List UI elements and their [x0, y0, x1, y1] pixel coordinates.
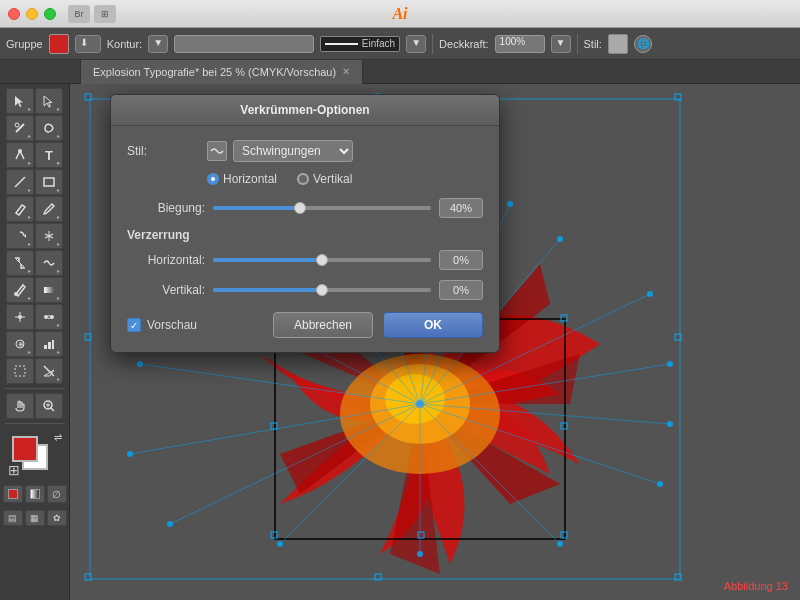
stroke-style-btn[interactable]: ▼	[148, 35, 168, 53]
svg-point-82	[507, 201, 513, 207]
hand-tool[interactable]	[6, 393, 34, 419]
graph-tool[interactable]: ▸	[35, 331, 63, 357]
minimize-button[interactable]	[26, 8, 38, 20]
zoom-tool[interactable]	[35, 393, 63, 419]
svg-text:❋: ❋	[18, 341, 24, 348]
cancel-button[interactable]: Abbrechen	[273, 312, 373, 338]
fill-mode-btn[interactable]	[3, 485, 23, 503]
color-swatches: ⊞ ⇌	[8, 432, 62, 478]
reflect-tool[interactable]: ▸	[35, 223, 63, 249]
svg-point-1	[15, 123, 19, 127]
default-colors-icon[interactable]: ⊞	[8, 462, 20, 478]
swatches-panel-btn[interactable]: ▦	[25, 510, 45, 526]
vertikal-distort-label: Vertikal:	[127, 283, 205, 297]
artboard-row: ▸	[6, 358, 63, 384]
horizontal-label: Horizontal	[223, 172, 277, 186]
svg-line-25	[51, 408, 54, 411]
symbol-tool[interactable]: ❋ ▸	[6, 331, 34, 357]
pen-tool[interactable]: ▸	[6, 142, 34, 168]
toolbar: Gruppe ⬇ Kontur: ▼ Einfach ▼ Deckkraft: …	[0, 28, 800, 60]
direct-select-tool[interactable]: ▸	[35, 88, 63, 114]
biegung-thumb[interactable]	[294, 202, 306, 214]
magic-wand-tool[interactable]: ▸	[6, 115, 34, 141]
none-mode-btn[interactable]: ∅	[47, 485, 67, 503]
style-select-dropdown[interactable]: Schwingungen	[233, 140, 353, 162]
canvas-caption: Abbildung 13	[724, 580, 788, 592]
preview-label: Vorschau	[147, 318, 197, 332]
paintbrush-tool[interactable]: ▸	[35, 196, 63, 222]
gradient-tool[interactable]: ▸	[35, 277, 63, 303]
biegung-label: Biegung:	[127, 201, 205, 215]
select-tool[interactable]: ▸	[6, 88, 34, 114]
biegung-value[interactable]: 40%	[439, 198, 483, 218]
style-swatch[interactable]	[608, 34, 628, 54]
pen-row: ▸ T▸	[6, 142, 63, 168]
vertikal-slider[interactable]	[213, 288, 431, 292]
pencil-tool[interactable]: ▸	[6, 196, 34, 222]
magic-wand-row: ▸ ▸	[6, 115, 63, 141]
stroke-dropdown[interactable]: ⬇	[75, 35, 101, 53]
rotate-tool[interactable]: ▸	[6, 223, 34, 249]
preview-checkbox[interactable]	[127, 318, 141, 332]
warp-tool[interactable]: ▸	[35, 250, 63, 276]
line-tool[interactable]: ▸	[6, 169, 34, 195]
tool-divider-2	[5, 423, 65, 424]
scale-tool[interactable]: ▸	[6, 250, 34, 276]
svg-point-75	[167, 521, 173, 527]
stroke-style-dropdown[interactable]: ▼	[406, 35, 426, 53]
document-tab[interactable]: Explosion Typografie* bei 25 % (CMYK/Vor…	[80, 60, 363, 84]
mesh-tool[interactable]	[6, 304, 34, 330]
color-mode-group: ∅	[3, 485, 67, 503]
ok-button[interactable]: OK	[383, 312, 483, 338]
gradient-mode-btn[interactable]	[25, 485, 45, 503]
foreground-color-swatch[interactable]	[12, 436, 38, 462]
opacity-dropdown[interactable]: ▼	[551, 35, 571, 53]
type-tool[interactable]: T▸	[35, 142, 63, 168]
canvas-area[interactable]: Abbildung 13 Verkrümmen-Optionen Stil: S…	[70, 84, 800, 600]
symbols-panel-btn[interactable]: ✿	[47, 510, 67, 526]
orientation-row: Horizontal Vertikal	[127, 172, 483, 186]
svg-rect-4	[44, 178, 54, 186]
layers-panel-btn[interactable]: ▤	[3, 510, 23, 526]
rotate-row: ▸ ▸	[6, 223, 63, 249]
svg-rect-19	[48, 342, 51, 349]
separator-2	[577, 34, 578, 54]
vertikal-thumb[interactable]	[316, 284, 328, 296]
slice-tool[interactable]: ▸	[35, 358, 63, 384]
horizontal-slider[interactable]	[213, 258, 431, 262]
svg-rect-10	[44, 287, 54, 293]
fill-color-swatch[interactable]	[49, 34, 69, 54]
svg-point-2	[18, 149, 22, 153]
horizontal-radio[interactable]: Horizontal	[207, 172, 277, 186]
vertikal-value[interactable]: 0%	[439, 280, 483, 300]
horizontal-thumb[interactable]	[316, 254, 328, 266]
stroke-field[interactable]	[174, 35, 314, 53]
bridge-icon[interactable]: Br	[68, 5, 90, 23]
biegung-fill	[213, 206, 300, 210]
vertical-radio[interactable]: Vertikal	[297, 172, 352, 186]
tab-title: Explosion Typografie* bei 25 % (CMYK/Vor…	[93, 66, 336, 78]
svg-point-13	[18, 315, 22, 319]
horizontal-radio-btn[interactable]	[207, 173, 219, 185]
opacity-value: 100%	[500, 36, 526, 47]
svg-line-0	[16, 124, 24, 132]
eyedropper-tool[interactable]: ▸	[6, 277, 34, 303]
artboard-tool[interactable]	[6, 358, 34, 384]
titlebar: Br ⊞ Ai	[0, 0, 800, 28]
vertical-radio-btn[interactable]	[297, 173, 309, 185]
blend-tool[interactable]: ▸	[35, 304, 63, 330]
hand-zoom-row	[6, 393, 63, 419]
close-button[interactable]	[8, 8, 20, 20]
rect-tool[interactable]: ▸	[35, 169, 63, 195]
horizontal-value[interactable]: 0%	[439, 250, 483, 270]
dialog-buttons: Vorschau Abbrechen OK	[127, 312, 483, 338]
lasso-tool[interactable]: ▸	[35, 115, 63, 141]
tab-close-icon[interactable]: ✕	[342, 66, 350, 77]
swap-colors-icon[interactable]: ⇌	[54, 432, 62, 443]
layout-icon[interactable]: ⊞	[94, 5, 116, 23]
orientation-radio-group: Horizontal Vertikal	[207, 172, 352, 186]
biegung-slider[interactable]	[213, 206, 431, 210]
globe-icon[interactable]: 🌐	[634, 35, 652, 53]
opacity-field[interactable]: 100%	[495, 35, 545, 53]
maximize-button[interactable]	[44, 8, 56, 20]
